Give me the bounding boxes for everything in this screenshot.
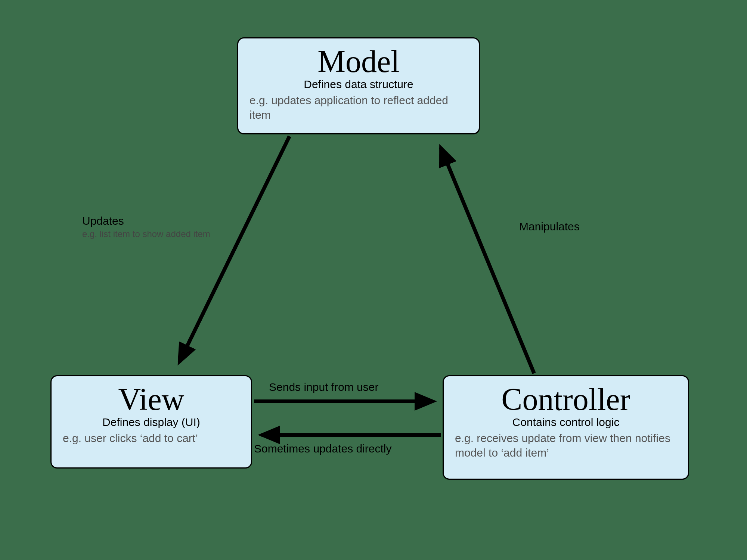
node-view-sub: Defines display (UI) — [61, 416, 241, 429]
node-controller-example: e.g. receives update from view then noti… — [453, 431, 678, 460]
node-model-sub: Defines data structure — [248, 78, 469, 91]
label-sends-input-text: Sends input from user — [269, 381, 378, 393]
node-controller-sub: Contains control logic — [453, 416, 678, 429]
arrow-controller-to-model — [441, 147, 534, 373]
arrow-model-to-view — [179, 136, 289, 362]
node-model: Model Defines data structure e.g. update… — [237, 37, 480, 134]
label-controller-to-model: Manipulates — [519, 220, 580, 233]
node-model-title: Model — [248, 46, 469, 77]
label-manipulates-text: Manipulates — [519, 220, 580, 233]
node-view: View Defines display (UI) e.g. user clic… — [50, 375, 252, 469]
node-view-title: View — [61, 384, 241, 415]
node-controller-title: Controller — [453, 384, 678, 415]
label-view-to-controller: Sends input from user — [269, 381, 378, 393]
label-sometimes-updates-text: Sometimes updates directly — [254, 442, 392, 455]
label-controller-to-view: Sometimes updates directly — [254, 442, 392, 455]
node-controller: Controller Contains control logic e.g. r… — [443, 375, 689, 480]
node-view-example: e.g. user clicks ‘add to cart’ — [61, 431, 241, 445]
label-updates-sub: e.g. list item to show added item — [82, 229, 210, 239]
node-model-example: e.g. updates application to reflect adde… — [248, 93, 469, 122]
label-model-to-view: Updates e.g. list item to show added ite… — [82, 215, 210, 239]
label-updates-text: Updates — [82, 215, 210, 227]
